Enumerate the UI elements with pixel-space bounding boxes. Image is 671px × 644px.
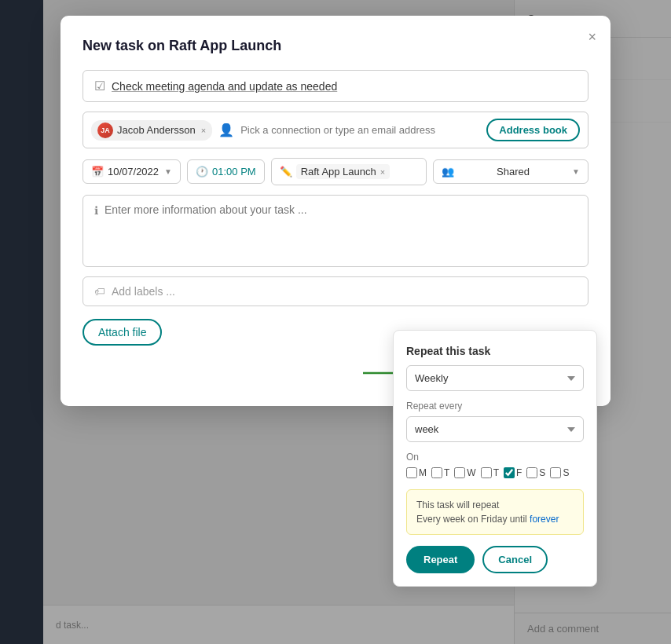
shared-dropdown-arrow: ▼: [572, 167, 580, 176]
day-sunday-label: S: [563, 467, 569, 478]
forever-link[interactable]: forever: [530, 514, 559, 525]
repeat-confirm-button[interactable]: Repeat: [406, 546, 475, 573]
avatar: JA: [97, 123, 113, 138]
date-dropdown-arrow: ▼: [164, 167, 172, 176]
link-icon: ✏️: [280, 166, 292, 177]
labels-row[interactable]: 🏷 Add labels ...: [82, 276, 588, 306]
address-book-button[interactable]: Address book: [486, 119, 580, 141]
assignee-name: Jacob Andersson: [117, 124, 196, 136]
remove-project-button[interactable]: ×: [380, 167, 385, 177]
checkbox-icon: ☑: [94, 79, 105, 93]
day-monday[interactable]: M: [406, 467, 427, 478]
day-friday[interactable]: F: [504, 467, 522, 478]
person-icon: 👤: [218, 123, 234, 137]
shared-field[interactable]: 👥 Shared ▼: [433, 159, 588, 184]
description-area: ℹ: [82, 195, 588, 267]
meta-row: 📅 10/07/2022 ▼ 🕐 01:00 PM ✏️ Raft App La…: [82, 158, 588, 185]
shared-label: Shared: [497, 166, 530, 177]
day-tuesday-checkbox[interactable]: [431, 467, 442, 478]
close-button[interactable]: ×: [588, 30, 596, 44]
repeat-cancel-button[interactable]: Cancel: [482, 546, 548, 573]
day-saturday-checkbox[interactable]: [526, 467, 537, 478]
day-saturday[interactable]: S: [526, 467, 545, 478]
time-value: 01:00 PM: [212, 166, 256, 177]
shared-icon: 👥: [442, 166, 454, 177]
day-tuesday-label: T: [444, 467, 449, 478]
assignee-row: JA Jacob Andersson × 👤 Address book: [82, 112, 588, 148]
day-thursday-checkbox[interactable]: [481, 467, 492, 478]
remove-assignee-button[interactable]: ×: [201, 126, 206, 135]
repeat-popover: Repeat this task Weekly Daily Monthly Ye…: [393, 330, 597, 587]
day-tuesday[interactable]: T: [431, 467, 449, 478]
task-name-row: ☑: [82, 70, 588, 102]
day-wednesday-checkbox[interactable]: [454, 467, 465, 478]
date-value: 10/07/2022: [108, 166, 159, 177]
calendar-icon: 📅: [91, 166, 104, 177]
project-field[interactable]: ✏️ Raft App Launch ×: [271, 158, 427, 185]
repeat-every-label: Repeat every: [406, 401, 584, 412]
labels-placeholder: Add labels ...: [112, 285, 175, 298]
repeat-frequency-select[interactable]: Weekly Daily Monthly Yearly: [406, 365, 584, 391]
day-wednesday-label: W: [467, 467, 475, 478]
day-sunday-checkbox[interactable]: [550, 467, 561, 478]
project-name: Raft App Launch: [301, 166, 376, 177]
project-chip: Raft App Launch ×: [296, 164, 390, 179]
repeat-info-box: This task will repeat Every week on Frid…: [406, 489, 584, 535]
day-thursday[interactable]: T: [481, 467, 499, 478]
task-name-input[interactable]: [112, 80, 577, 93]
day-sunday[interactable]: S: [550, 467, 569, 478]
day-monday-label: M: [419, 467, 427, 478]
repeat-every-select[interactable]: week day month: [406, 416, 584, 442]
popover-buttons: Repeat Cancel: [406, 546, 584, 573]
day-thursday-label: T: [493, 467, 499, 478]
description-input[interactable]: [104, 203, 577, 258]
modal-title: New task on Raft App Launch: [82, 38, 588, 54]
date-field[interactable]: 📅 10/07/2022 ▼: [82, 159, 181, 184]
info-icon: ℹ: [94, 204, 98, 217]
day-wednesday[interactable]: W: [454, 467, 475, 478]
day-saturday-label: S: [539, 467, 545, 478]
tag-icon: 🏷: [94, 285, 105, 298]
day-friday-label: F: [516, 467, 522, 478]
assignee-chip: JA Jacob Andersson ×: [91, 120, 212, 141]
day-monday-checkbox[interactable]: [406, 467, 417, 478]
popover-title: Repeat this task: [406, 345, 584, 357]
clock-icon: 🕐: [196, 166, 208, 177]
repeat-info-detail: Every week on Friday until forever: [416, 512, 574, 526]
repeat-info-text: This task will repeat: [416, 498, 574, 512]
avatar-initials: JA: [101, 126, 110, 134]
time-field[interactable]: 🕐 01:00 PM: [187, 159, 265, 184]
on-label: On: [406, 452, 584, 463]
assignee-input[interactable]: [240, 124, 480, 136]
days-row: M T W T F S S: [406, 467, 584, 478]
attach-file-button[interactable]: Attach file: [82, 319, 162, 346]
day-friday-checkbox[interactable]: [504, 467, 515, 478]
